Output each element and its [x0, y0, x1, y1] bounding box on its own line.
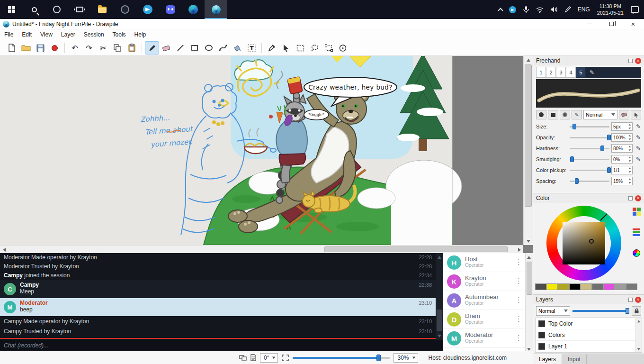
microphone-tray-button[interactable] [519, 0, 533, 19]
float-dock-icon[interactable] [628, 298, 633, 302]
file-explorer-button[interactable] [91, 0, 114, 19]
pen-tray-button[interactable] [561, 0, 574, 19]
scroll-right-icon[interactable] [515, 246, 523, 254]
redo-button[interactable]: ↷ [82, 41, 96, 55]
transform-tool-button[interactable] [322, 41, 336, 55]
palette-swatch[interactable] [603, 283, 615, 290]
user-menu-icon[interactable]: ⋮ [515, 296, 522, 304]
float-dock-icon[interactable] [628, 59, 633, 63]
horizontal-scroll-thumb[interactable] [324, 246, 508, 252]
brush-shape-square-icon[interactable] [548, 110, 558, 119]
scroll-down-icon[interactable] [635, 346, 642, 353]
hardness-pressure-icon[interactable]: ✎ [635, 145, 642, 152]
text-tool-button[interactable]: T [244, 41, 259, 55]
brush-shape-soft-icon[interactable] [560, 110, 570, 119]
fit-view-icon[interactable] [282, 355, 289, 361]
language-indicator[interactable]: ENG [574, 0, 593, 19]
menu-edit[interactable]: Edit [18, 29, 36, 40]
clock[interactable]: 11:38 PM2021-05-21 [593, 0, 627, 19]
new-document-button[interactable] [5, 41, 19, 55]
layer-opacity-slider[interactable] [572, 308, 629, 314]
close-dock-icon[interactable]: × [635, 297, 641, 303]
paste-button[interactable] [125, 41, 139, 55]
color-pickup-spinbox[interactable]: 1/1 [611, 166, 633, 174]
layer-row[interactable]: Colors [536, 329, 642, 341]
palette-swatch[interactable] [615, 283, 626, 290]
undo-button[interactable]: ↶ [68, 41, 82, 55]
brush-shape-round-icon[interactable] [536, 110, 546, 119]
hardness-spinbox[interactable]: 80% [611, 144, 633, 153]
opacity-pressure-icon[interactable]: ✎ [635, 134, 642, 141]
rectangle-tool-button[interactable] [188, 41, 202, 55]
freehand-tool-button[interactable] [145, 41, 159, 55]
opacity-spinbox[interactable]: 100% [611, 133, 633, 142]
scroll-left-icon[interactable] [0, 246, 8, 254]
size-spinbox[interactable]: 5px [611, 122, 633, 131]
eraser-tool-button[interactable] [159, 41, 173, 55]
menu-session[interactable]: Session [80, 29, 108, 40]
palette-swatch[interactable] [546, 283, 558, 290]
network-tray-button[interactable] [533, 0, 547, 19]
color-wheel-icon[interactable] [633, 249, 641, 258]
menu-layer[interactable]: Layer [57, 29, 80, 40]
menu-view[interactable]: View [36, 29, 57, 40]
scroll-up-icon[interactable] [635, 318, 642, 325]
saturation-value-square[interactable] [563, 222, 605, 264]
eraser-mode-icon[interactable] [619, 110, 629, 119]
layer-row[interactable]: Top Color [536, 318, 642, 329]
rgb-sliders-icon[interactable] [633, 228, 641, 237]
user-scroll-thumb[interactable] [527, 262, 532, 295]
size-slider[interactable] [570, 123, 609, 130]
spacing-slider[interactable] [570, 178, 609, 184]
brush-slot-5-active[interactable]: 5 [576, 67, 586, 78]
restore-button[interactable] [600, 19, 622, 29]
brush-slot-3[interactable]: 3 [556, 67, 566, 78]
color-wheel[interactable] [533, 203, 644, 283]
drawing-canvas[interactable]: Crazy weather, hey bud? *Giggle* [0, 56, 523, 245]
zoom-slider[interactable] [293, 353, 390, 363]
zoom-combo[interactable]: 30% [394, 353, 418, 363]
layer-lock-button[interactable] [632, 306, 641, 316]
layer-list-scrollbar[interactable] [635, 318, 642, 352]
brush-slot-1[interactable]: 1 [536, 67, 546, 78]
canvas-rotate-button[interactable] [336, 41, 350, 55]
ellipse-tool-button[interactable] [202, 41, 216, 55]
cortana-button[interactable] [45, 0, 68, 19]
record-session-button[interactable] [47, 41, 62, 55]
scroll-down-icon[interactable] [435, 332, 443, 340]
palette-swatch[interactable] [581, 283, 592, 290]
brush-slot-4[interactable]: 4 [566, 67, 576, 78]
fill-tool-button[interactable] [230, 41, 244, 55]
brush-preset-menu[interactable]: ✎ [586, 67, 641, 78]
open-button[interactable] [19, 41, 33, 55]
line-tool-button[interactable] [173, 41, 188, 55]
palette-swatch[interactable] [535, 283, 546, 290]
chat-scroll-thumb[interactable] [437, 309, 442, 331]
draw-mode-icon[interactable]: ✎ [572, 110, 582, 119]
user-menu-icon[interactable]: ⋮ [515, 277, 522, 285]
palette-swatch[interactable] [626, 283, 637, 290]
menu-file[interactable]: File [0, 29, 18, 40]
tab-input[interactable]: Input [562, 354, 587, 364]
hardness-slider[interactable] [570, 145, 609, 152]
user-menu-icon[interactable]: ⋮ [515, 315, 522, 323]
copy-button[interactable] [110, 41, 125, 55]
tray-expand-button[interactable] [495, 0, 506, 19]
cut-button[interactable]: ✂ [96, 41, 110, 55]
menu-tools[interactable]: Tools [108, 29, 130, 40]
lasso-tool-button[interactable] [307, 41, 322, 55]
user-list-scrollbar[interactable] [525, 253, 533, 353]
document-status-icon[interactable] [250, 354, 256, 361]
palette-swatch[interactable] [592, 283, 603, 290]
tray-telegram-button[interactable] [506, 0, 519, 19]
user-menu-icon[interactable]: ⋮ [515, 258, 522, 266]
discord-button[interactable] [159, 0, 182, 19]
spacing-spinbox[interactable]: 15% [611, 177, 633, 185]
annotation-select-button[interactable] [279, 41, 293, 55]
opacity-slider[interactable] [570, 134, 609, 141]
save-button[interactable] [33, 41, 47, 55]
session-sync-icon[interactable] [239, 355, 247, 361]
zoom-slider-thumb[interactable] [376, 355, 381, 361]
tab-layers[interactable]: Layers [533, 354, 562, 364]
palette-swatch[interactable] [558, 283, 569, 290]
